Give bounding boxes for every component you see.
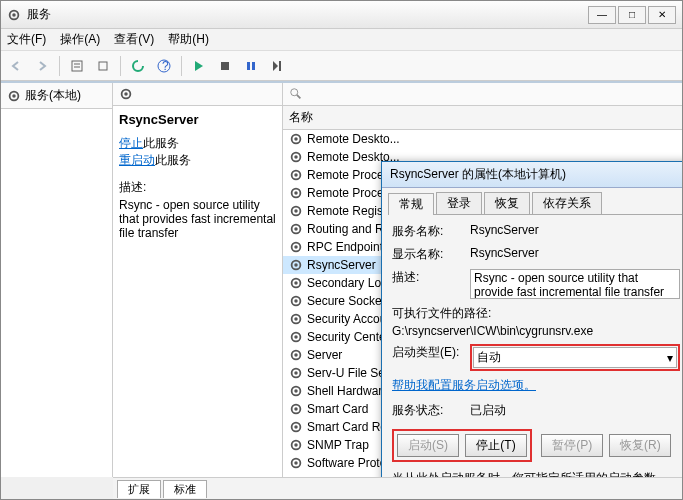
window-title: 服务 <box>27 6 588 23</box>
search-icon <box>289 87 303 101</box>
service-name: Server <box>307 348 342 362</box>
svg-point-45 <box>294 353 298 357</box>
forward-button[interactable] <box>31 55 53 77</box>
svg-marker-8 <box>195 61 203 71</box>
tab-recovery[interactable]: 恢复 <box>484 192 530 214</box>
pause-button[interactable]: 暂停(P) <box>541 434 603 457</box>
gear-icon <box>289 312 303 326</box>
service-name: Smart Card <box>307 402 368 416</box>
stop-button[interactable]: 停止(T) <box>465 434 527 457</box>
svg-point-33 <box>294 245 298 249</box>
gear-icon <box>289 186 303 200</box>
tree-root[interactable]: 服务(本地) <box>1 83 112 109</box>
lbl-service-name: 服务名称: <box>392 223 470 240</box>
gear-icon <box>289 240 303 254</box>
gear-icon <box>289 150 303 164</box>
lbl-exe: 可执行文件的路径: <box>392 305 680 322</box>
pause-icon[interactable] <box>240 55 262 77</box>
lbl-status: 服务状态: <box>392 402 470 419</box>
minimize-button[interactable]: — <box>588 6 616 24</box>
gear-icon <box>289 168 303 182</box>
list-search[interactable] <box>283 83 682 106</box>
gear-icon <box>289 420 303 434</box>
stop-icon[interactable] <box>214 55 236 77</box>
gear-icon <box>289 384 303 398</box>
gear-icon <box>289 258 303 272</box>
help-link[interactable]: 帮助我配置服务启动选项。 <box>392 378 536 392</box>
tree-panel: 服务(本地) <box>1 83 113 477</box>
properties-icon[interactable] <box>66 55 88 77</box>
gear-icon <box>119 87 133 101</box>
svg-point-47 <box>294 371 298 375</box>
toolbar: ? <box>1 51 682 81</box>
menu-file[interactable]: 文件(F) <box>7 31 46 48</box>
refresh-icon[interactable] <box>127 55 149 77</box>
services-icon <box>7 8 21 22</box>
content-area: 服务(本地) RsyncServer 停止此服务 重启动此服务 描述: Rsyn… <box>1 81 682 477</box>
close-button[interactable]: ✕ <box>648 6 676 24</box>
start-button[interactable]: 启动(S) <box>397 434 459 457</box>
service-item[interactable]: Remote Deskto... <box>283 130 682 148</box>
svg-point-41 <box>294 317 298 321</box>
menu-view[interactable]: 查看(V) <box>114 31 154 48</box>
dialog-tabs: 常规 登录 恢复 依存关系 <box>388 192 682 215</box>
restart-icon[interactable] <box>266 55 288 77</box>
val-service-name: RsyncServer <box>470 223 680 237</box>
gear-icon <box>289 456 303 470</box>
svg-point-25 <box>294 173 298 177</box>
tab-logon[interactable]: 登录 <box>436 192 482 214</box>
gear-icon <box>289 330 303 344</box>
svg-rect-5 <box>99 62 107 70</box>
note-text: 当从此处启动服务时，您可指定所适用的启动参数。 <box>392 470 680 477</box>
tab-dependencies[interactable]: 依存关系 <box>532 192 602 214</box>
help-icon[interactable]: ? <box>153 55 175 77</box>
lbl-display-name: 显示名称: <box>392 246 470 263</box>
svg-point-1 <box>12 13 16 17</box>
svg-point-29 <box>294 209 298 213</box>
desc-text: Rsync - open source utility that provide… <box>119 198 276 240</box>
svg-point-23 <box>294 155 298 159</box>
detail-panel: RsyncServer 停止此服务 重启动此服务 描述: Rsync - ope… <box>113 83 283 477</box>
gear-icon <box>7 89 21 103</box>
desc-label: 描述: <box>119 179 276 196</box>
gear-icon <box>289 402 303 416</box>
stop-link[interactable]: 停止 <box>119 136 143 150</box>
desc-textbox[interactable]: Rsync - open source utility that provide… <box>470 269 680 299</box>
main-window: 服务 — □ ✕ 文件(F) 操作(A) 查看(V) 帮助(H) ? 服务(本地… <box>0 0 683 500</box>
gear-icon <box>289 204 303 218</box>
column-name[interactable]: 名称 <box>283 106 682 130</box>
tab-standard[interactable]: 标准 <box>163 480 207 498</box>
svg-point-49 <box>294 389 298 393</box>
back-button[interactable] <box>5 55 27 77</box>
val-display-name: RsyncServer <box>470 246 680 260</box>
svg-point-27 <box>294 191 298 195</box>
restart-link[interactable]: 重启动 <box>119 153 155 167</box>
svg-point-43 <box>294 335 298 339</box>
val-status: 已启动 <box>470 402 680 419</box>
tab-general[interactable]: 常规 <box>388 193 434 215</box>
maximize-button[interactable]: □ <box>618 6 646 24</box>
service-name: Remote Deskto... <box>307 132 400 146</box>
svg-marker-12 <box>273 61 278 71</box>
svg-point-39 <box>294 299 298 303</box>
lbl-startup: 启动类型(E): <box>392 344 470 361</box>
svg-point-57 <box>294 461 298 465</box>
tree-root-label: 服务(本地) <box>25 87 81 104</box>
svg-rect-9 <box>221 62 229 70</box>
menu-help[interactable]: 帮助(H) <box>168 31 209 48</box>
svg-point-21 <box>294 137 298 141</box>
svg-point-37 <box>294 281 298 285</box>
resume-button[interactable]: 恢复(R) <box>609 434 671 457</box>
val-exe: G:\rsyncserver\ICW\bin\cygrunsrv.exe <box>392 324 680 338</box>
svg-point-18 <box>291 89 298 96</box>
menubar: 文件(F) 操作(A) 查看(V) 帮助(H) <box>1 29 682 51</box>
tab-extended[interactable]: 扩展 <box>117 480 161 498</box>
svg-text:?: ? <box>162 59 169 73</box>
menu-action[interactable]: 操作(A) <box>60 31 100 48</box>
export-icon[interactable] <box>92 55 114 77</box>
gear-icon <box>289 366 303 380</box>
startup-select[interactable]: 自动▾ <box>473 347 677 368</box>
dialog-title: RsyncServer 的属性(本地计算机) <box>382 162 682 188</box>
play-icon[interactable] <box>188 55 210 77</box>
service-name: RsyncServer <box>307 258 376 272</box>
